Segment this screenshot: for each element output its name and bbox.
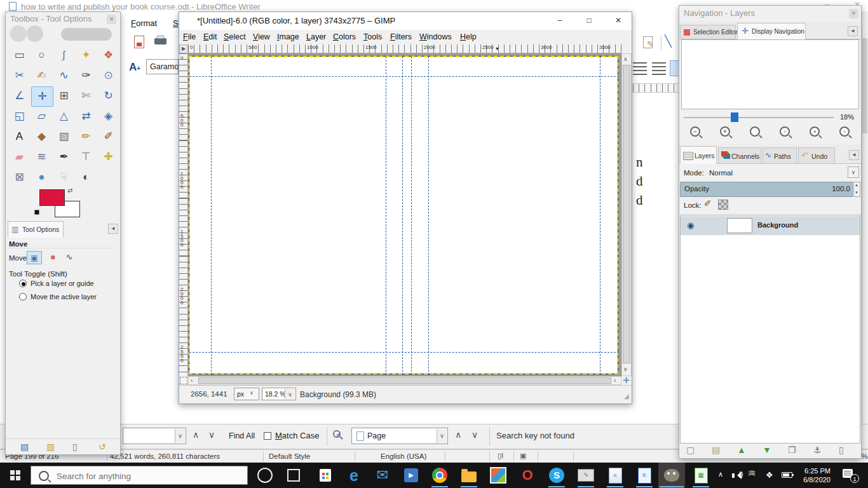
chevron-down-icon[interactable]: ∨ [285, 389, 295, 399]
gimp-menu-help[interactable]: Help [460, 32, 477, 41]
canvas-guide-vertical[interactable] [211, 57, 212, 375]
restore-tool-options-button[interactable]: ▥ [46, 442, 55, 452]
measure-tool-icon[interactable]: ∠ [9, 86, 30, 105]
duplicate-layer-button[interactable]: ❐ [788, 445, 796, 455]
taskbar-search-box[interactable] [31, 466, 248, 485]
opacity-spinner[interactable]: ▲ ▼ [853, 182, 860, 197]
shear-tool-icon[interactable]: ▱ [31, 107, 52, 126]
scroll-right-icon[interactable]: › [614, 377, 616, 384]
wifi-icon[interactable]: ((( [749, 470, 756, 475]
document-modified-icon[interactable]: ▣ [520, 452, 526, 460]
status-word-count[interactable]: 42,521 words, 260,811 characters [110, 452, 220, 460]
find-next-button[interactable]: ∨ [208, 430, 215, 440]
match-case-label[interactable]: Match Case [275, 431, 319, 440]
move-layer-button[interactable]: ▣ [27, 251, 42, 264]
perspective-tool-icon[interactable]: △ [53, 107, 74, 126]
align-left-icon[interactable] [633, 62, 647, 75]
canvas-guide-vertical[interactable] [411, 57, 412, 375]
smudge-tool-icon[interactable]: ☟ [53, 168, 74, 187]
cage-transform-tool-icon[interactable]: ◈ [98, 107, 119, 126]
writer-menu-partial[interactable]: S [173, 18, 179, 28]
taskbar-opera[interactable]: O [519, 466, 536, 484]
status-page-style[interactable]: Default Style [269, 452, 310, 460]
move-path-button[interactable]: ∿ [62, 251, 77, 264]
heal-tool-icon[interactable]: ✚ [98, 147, 119, 166]
find-search-input[interactable] [125, 430, 177, 444]
find-replace-icon[interactable]: d [333, 430, 341, 438]
dropbox-icon[interactable]: ❖ [766, 470, 773, 480]
taskbar-movies-tv[interactable]: ▶ [402, 466, 420, 484]
paths-tool-icon[interactable]: ∿ [53, 66, 74, 85]
find-search-combo[interactable]: ∨ [123, 428, 186, 444]
gimp-menu-select[interactable]: Select [224, 32, 246, 41]
lower-layer-button[interactable]: ▼ [763, 445, 771, 455]
gimp-close-button[interactable]: ✕ [609, 12, 628, 29]
zoom-1-1-icon[interactable] [750, 126, 760, 139]
spin-up-icon[interactable]: ▲ [855, 183, 858, 187]
unit-combo[interactable]: px ∨ [234, 388, 259, 400]
font-size-increase-icon[interactable]: A+ [129, 61, 140, 74]
taskbar-notepad[interactable]: ≡ [606, 466, 624, 484]
print-icon[interactable] [154, 38, 166, 44]
rectangle-select-tool-icon[interactable]: ▭ [9, 46, 30, 65]
zoom-slider-track[interactable] [684, 117, 834, 118]
selection-mode-icon[interactable]: ▯Ι [498, 452, 503, 460]
gradient-tool-icon[interactable]: ▧ [53, 127, 74, 146]
taskbar-task-view[interactable] [285, 466, 302, 484]
gimp-minimize-button[interactable]: – [550, 12, 569, 29]
toolbox-close-icon[interactable]: ✕ [107, 15, 116, 24]
gimp-menu-image[interactable]: Image [277, 32, 299, 41]
airbrush-tool-icon[interactable]: ≋ [31, 147, 52, 166]
gimp-menu-edit[interactable]: Edit [203, 32, 217, 41]
move-selection-button[interactable]: ■ [45, 251, 60, 264]
taskbar-edge[interactable]: e [345, 466, 363, 484]
gimp-menu-windows[interactable]: Windows [419, 32, 452, 41]
clone-tool-icon[interactable]: ⊤ [76, 147, 97, 166]
blur-tool-icon[interactable]: ● [31, 168, 52, 187]
tab-menu-icon[interactable]: ◄ [848, 26, 858, 36]
canvas-guide-vertical[interactable] [402, 57, 403, 375]
taskbar-photos[interactable] [489, 466, 507, 484]
paintbrush-tool-icon[interactable]: ✐ [98, 127, 119, 146]
chevron-down-icon[interactable]: ∨ [437, 429, 447, 443]
scroll-left-icon[interactable]: ‹ [191, 377, 193, 384]
taskbar-libreoffice-writer[interactable]: ≡ [635, 466, 653, 484]
save-tool-options-button[interactable]: ▤ [20, 442, 29, 452]
delete-layer-button[interactable]: ▯ [839, 445, 844, 455]
tab-channels[interactable]: Channels [718, 147, 761, 164]
hscroll-thumb[interactable] [198, 377, 611, 384]
new-layer-group-button[interactable]: ▤ [712, 445, 720, 455]
zoom-to-selection-icon[interactable]: ▫ [839, 126, 850, 139]
taskbar-libreoffice-calc[interactable]: ▦ [692, 466, 710, 484]
raise-layer-button[interactable]: ▲ [737, 445, 746, 455]
resize-grip-icon[interactable]: ◢ [624, 393, 629, 400]
gimp-menu-file[interactable]: File [183, 32, 196, 41]
select-by-color-tool-icon[interactable]: ❖ [98, 46, 119, 65]
taskbar-system-monitor[interactable]: ∿ [577, 466, 595, 484]
layer-name[interactable]: Background [757, 221, 798, 229]
zoom-combo[interactable]: 18.2 % ∨ [262, 388, 296, 400]
writer-scrollbar-thumb[interactable] [862, 38, 867, 133]
fuzzy-select-tool-icon[interactable]: ✦ [76, 46, 97, 65]
gimp-menu-filters[interactable]: Filters [390, 32, 412, 41]
color-picker-tool-icon[interactable]: ✑ [76, 66, 97, 85]
gimp-maximize-button[interactable]: □ [580, 12, 599, 29]
canvas-guide-vertical[interactable] [600, 57, 600, 375]
taskbar-skype[interactable]: S [548, 466, 566, 484]
scissors-select-tool-icon[interactable]: ✂ [9, 66, 30, 85]
move-tool-icon[interactable]: ✛ [31, 86, 53, 107]
taskbar-file-explorer[interactable] [460, 466, 478, 484]
rotate-tool-icon[interactable]: ↻ [98, 86, 119, 105]
align-center-icon[interactable] [652, 62, 666, 75]
scroll-up-icon[interactable]: ∧ [623, 56, 628, 62]
delete-tool-options-button[interactable]: ▯ [72, 442, 78, 452]
gimp-menu-view[interactable]: View [253, 32, 270, 41]
tab-tool-options[interactable]: ▥ Tool Options [8, 221, 64, 238]
tab-selection-editor[interactable]: Selection Editor [680, 25, 736, 39]
default-colors-icon[interactable] [34, 210, 39, 215]
scale-tool-icon[interactable]: ◱ [9, 107, 30, 126]
gimp-menu-colors[interactable]: Colors [333, 32, 356, 41]
alignment-tool-icon[interactable]: ⊞ [53, 86, 74, 105]
gimp-menu-tools[interactable]: Tools [363, 32, 382, 41]
new-layer-button[interactable]: ▢ [686, 445, 695, 455]
